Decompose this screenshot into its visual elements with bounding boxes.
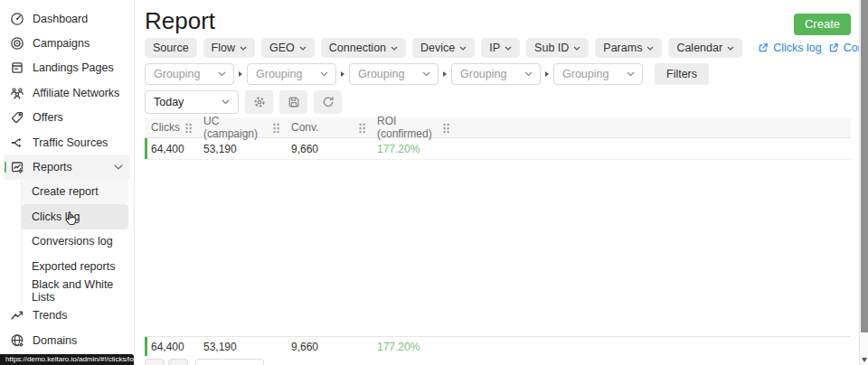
sidebar-item-label: Domains (33, 334, 77, 347)
sidebar-item-label: Campaigns (33, 37, 90, 50)
main-content: Report Create Source Flow GEO Connection… (136, 0, 859, 365)
filter-button-params[interactable]: Params (595, 38, 662, 58)
sidebar-item-landings-pages[interactable]: Landings Pages (0, 56, 134, 80)
column-header-uc-campaign[interactable]: UC (campaign) (197, 117, 285, 137)
sidebar-item-affiliate-networks[interactable]: Affiliate Networks (0, 80, 134, 105)
landing-pages-icon (9, 61, 24, 76)
sidebar-subitem-create-report[interactable]: Create report (22, 180, 128, 204)
table-header-row: Clicks UC (campaign) Conv. ROI (confirme… (145, 117, 851, 138)
subitem-label: Black and White Lists (32, 278, 128, 304)
chevron-down-icon (299, 46, 307, 51)
summary-clicks: 64,400 (145, 341, 197, 353)
column-label: ROI (confirmed) (377, 115, 442, 140)
filter-button-geo[interactable]: GEO (261, 38, 315, 58)
chevron-down-icon (422, 71, 430, 77)
filters-button[interactable]: Filters (655, 63, 709, 85)
page-size-select[interactable] (195, 359, 264, 365)
select-placeholder: Grouping (562, 68, 609, 80)
sidebar-item-trends[interactable]: Trends (0, 304, 134, 328)
sidebar-subitem-conversions-log[interactable]: Conversions log (22, 229, 128, 254)
create-button[interactable]: Create (794, 14, 851, 35)
status-bar-url: https://demo.keitaro.io/admin/#!/clicks/… (0, 354, 134, 365)
grouping-select-4[interactable]: Grouping (451, 63, 541, 85)
chevron-down-icon (391, 46, 398, 51)
grouping-select-5[interactable]: Grouping (553, 63, 643, 85)
drag-handle-icon[interactable] (358, 122, 365, 133)
scrollbar-thumb[interactable] (861, 0, 868, 332)
filter-button-device[interactable]: Device (412, 38, 475, 58)
filter-label: Connection (329, 42, 386, 54)
vertical-scrollbar[interactable] (859, 0, 868, 365)
reports-icon (9, 160, 24, 175)
active-section-indicator (5, 162, 6, 173)
sidebar-item-traffic-sources[interactable]: Traffic Sources (0, 130, 134, 154)
sidebar-item-dashboard[interactable]: Dashboard (0, 6, 134, 31)
drag-handle-icon[interactable] (184, 122, 192, 133)
arrow-separator-icon (443, 71, 447, 77)
summary-uc-campaign: 53,190 (197, 341, 285, 353)
chevron-down-icon (727, 46, 734, 51)
arrow-separator-icon (239, 71, 242, 77)
clicks-log-link[interactable]: Clicks log (758, 42, 822, 54)
sidebar-item-campaigns[interactable]: Campaigns (0, 31, 134, 55)
sidebar-item-domains[interactable]: Domains (0, 328, 134, 352)
filter-label: Calendar (676, 42, 722, 54)
chevron-down-icon (505, 46, 512, 51)
sidebar-item-label: Traffic Sources (33, 136, 108, 149)
sidebar-item-reports[interactable]: Reports (4, 154, 130, 179)
filter-label: GEO (269, 42, 295, 54)
arrow-separator-icon (341, 71, 344, 77)
chevron-down-icon (627, 71, 635, 77)
sidebar-subitem-exported-reports[interactable]: Exported reports (22, 254, 128, 278)
summary-roi: 177.20% (371, 341, 455, 353)
select-placeholder: Grouping (460, 68, 506, 80)
filter-button-sub-id[interactable]: Sub ID (526, 38, 589, 58)
link-label: Clicks log (773, 42, 822, 54)
offers-tag-icon (9, 110, 24, 126)
traffic-sources-icon (9, 135, 24, 150)
scrollbar-down-arrow-icon[interactable] (862, 358, 867, 362)
filter-button-flow[interactable]: Flow (203, 38, 255, 58)
summary-conv: 9,660 (285, 341, 371, 353)
chevron-down-icon (218, 71, 226, 77)
grouping-select-1[interactable]: Grouping (145, 63, 234, 85)
filter-button-calendar[interactable]: Calendar (668, 38, 742, 58)
filter-row: Source Flow GEO Connection Device IP Sub… (145, 38, 868, 58)
date-range-select[interactable]: Today (145, 90, 239, 114)
grouping-select-2[interactable]: Grouping (247, 63, 336, 85)
report-settings-button[interactable] (245, 90, 273, 114)
subitem-label: Create report (32, 185, 99, 198)
table-row[interactable]: 64,400 53,190 9,660 177.20% (145, 138, 851, 160)
sidebar-item-offers[interactable]: Offers (0, 106, 134, 130)
sidebar-subitem-black-white-lists[interactable]: Black and White Lists (22, 278, 128, 303)
chevron-down-icon (114, 164, 123, 170)
filter-button-source[interactable]: Source (145, 38, 197, 58)
grouping-select-3[interactable]: Grouping (349, 63, 439, 85)
chevron-down-icon (459, 46, 467, 51)
external-link-icon (828, 42, 839, 53)
drag-handle-icon[interactable] (272, 122, 279, 133)
refresh-icon (321, 95, 335, 109)
column-header-roi-confirmed[interactable]: ROI (confirmed) (371, 117, 455, 137)
filter-button-connection[interactable]: Connection (321, 38, 406, 58)
cell-clicks: 64,400 (145, 143, 197, 155)
sidebar-item-label: Offers (33, 111, 63, 124)
pagination-next-button[interactable] (168, 359, 188, 365)
campaigns-target-icon (9, 36, 24, 51)
sidebar-item-label: Trends (33, 309, 67, 322)
column-header-conv[interactable]: Conv. (285, 117, 371, 137)
drag-handle-icon[interactable] (442, 122, 449, 133)
chevron-down-icon (573, 46, 580, 51)
refresh-report-button[interactable] (314, 90, 342, 114)
cell-roi: 177.20% (371, 143, 455, 155)
filter-button-ip[interactable]: IP (481, 38, 520, 58)
subitem-label: Conversions log (32, 235, 113, 248)
save-report-button[interactable] (279, 90, 307, 114)
table-summary-row: 64,400 53,190 9,660 177.20% (145, 336, 851, 356)
column-header-clicks[interactable]: Clicks (145, 117, 197, 137)
pagination-prev-button[interactable] (145, 359, 165, 365)
chevron-down-icon (646, 46, 654, 51)
grouping-row: Grouping Grouping Grouping Grouping Grou… (145, 63, 709, 85)
column-label: Clicks (151, 121, 180, 134)
sidebar-item-label: Affiliate Networks (33, 87, 119, 99)
